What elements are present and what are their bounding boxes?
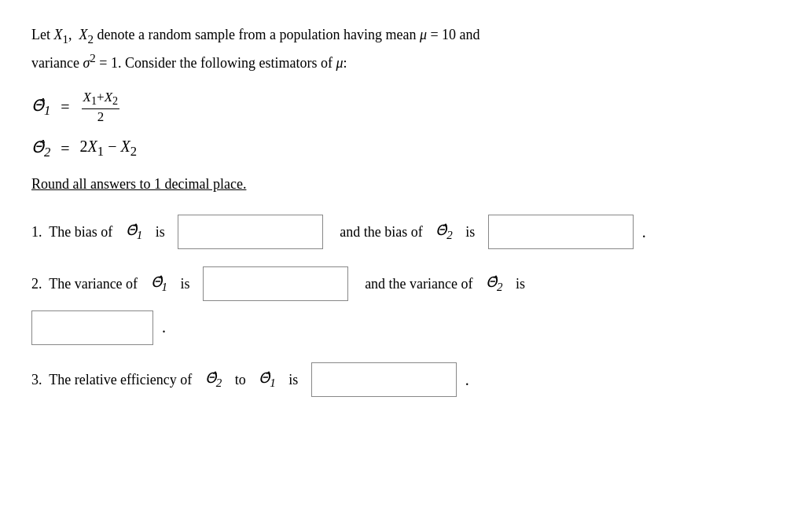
q1-row: 1. The bias of Θ̂1 is and the bias of Θ̂… xyxy=(31,215,781,249)
q3-answer-input[interactable] xyxy=(311,362,457,397)
q2-estimator1: Θ̂1 xyxy=(151,270,168,298)
q2-estimator2: Θ̂2 xyxy=(486,270,503,298)
q1-answer2-input[interactable] xyxy=(488,215,634,249)
q1-number: 1. The bias of xyxy=(31,219,112,244)
q3-estimator2: Θ̂1 xyxy=(259,366,276,394)
theta1-numerator: X1+X2 xyxy=(82,90,120,108)
q3-period: . xyxy=(461,366,469,394)
intro-line2: variance σ2 = 1. Consider the following … xyxy=(31,55,347,71)
q1-estimator1: Θ̂1 xyxy=(126,218,143,246)
question-3: 3. The relative efficiency of Θ̂2 to Θ̂1… xyxy=(31,362,781,397)
q1-answer1-input[interactable] xyxy=(178,215,323,249)
intro-line1: Let X1, X2 denote a random sample from a… xyxy=(31,27,480,42)
q2-text3: and the variance of xyxy=(365,271,472,296)
formula-theta2: Θ̂2 = 2X1 − X2 xyxy=(31,138,781,160)
q3-estimator1: Θ̂2 xyxy=(205,366,222,394)
q2-answer2-input[interactable] xyxy=(31,310,153,345)
theta1-equals: = xyxy=(57,98,73,116)
q2-text2: is xyxy=(181,271,190,296)
q3-text3: is xyxy=(288,367,298,392)
q1-period: . xyxy=(638,218,646,246)
q2-second-row: . xyxy=(31,310,781,345)
q1-text2: is xyxy=(156,219,165,244)
question-2: 2. The variance of Θ̂1 is and the varian… xyxy=(31,266,781,345)
theta1-label: Θ̂1 xyxy=(31,96,50,119)
q2-row: 2. The variance of Θ̂1 is and the varian… xyxy=(31,266,781,301)
q3-row: 3. The relative efficiency of Θ̂2 to Θ̂1… xyxy=(31,362,781,397)
main-content: Let X1, X2 denote a random sample from a… xyxy=(31,24,781,397)
formula-theta1: Θ̂1 = X1+X2 2 xyxy=(31,90,781,124)
theta2-label: Θ̂2 xyxy=(31,138,50,160)
q3-text2: to xyxy=(235,367,246,392)
round-note: Round all answers to 1 decimal place. xyxy=(31,176,781,193)
q2-period: . xyxy=(158,318,166,336)
theta1-fraction: X1+X2 2 xyxy=(82,90,120,124)
question-1: 1. The bias of Θ̂1 is and the bias of Θ̂… xyxy=(31,215,781,249)
intro-paragraph: Let X1, X2 denote a random sample from a… xyxy=(31,24,781,74)
q1-text3: and the bias of xyxy=(340,219,422,244)
q2-number: 2. The variance of xyxy=(31,271,138,296)
q2-answer1-input[interactable] xyxy=(203,266,348,301)
theta2-formula: 2X1 − X2 xyxy=(80,138,137,160)
theta1-denominator: 2 xyxy=(96,109,106,125)
q3-number: 3. The relative efficiency of xyxy=(31,367,192,392)
theta2-equals: = xyxy=(57,140,73,158)
q1-estimator2: Θ̂2 xyxy=(435,218,453,246)
q2-text4: is xyxy=(516,271,525,296)
q1-text4: is xyxy=(465,219,475,244)
